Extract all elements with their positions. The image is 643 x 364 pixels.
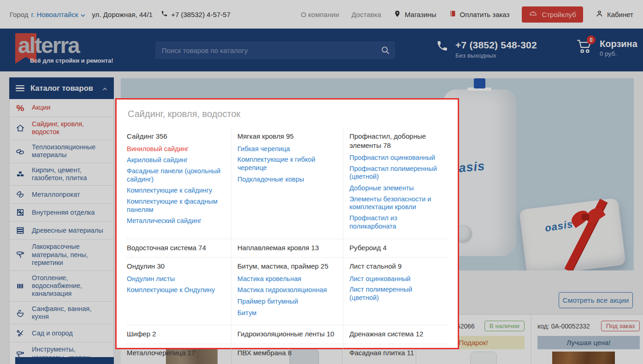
flyout-group: Рубероид 4 <box>343 239 448 258</box>
flyout-link[interactable]: Мастика кровельная <box>237 275 301 283</box>
flyout-link-item: Комплектующие к сайдингу <box>127 186 224 195</box>
flyout-group-title[interactable]: Шифер 2 <box>127 329 224 339</box>
flyout-group-title[interactable]: Гидроизоляционные ленты 10 <box>237 329 336 339</box>
flyout-link[interactable]: Комплектующие к сайдингу <box>127 187 212 195</box>
flyout-group-title[interactable]: Водосточная система 74 <box>127 243 224 252</box>
flyout-link[interactable]: Подкладочные ковры <box>237 176 304 184</box>
flyout-group-title[interactable]: Битум, мастика, праймер 25 <box>237 262 336 271</box>
flyout-link-item: Фасадные панели (цокольный сайдинг) <box>127 167 224 183</box>
flyout-link[interactable]: Профнастил из поликарбоната <box>349 214 441 230</box>
flyout-link-item: Доборные элементы <box>349 184 441 193</box>
flyout-group: Лист стальной 9Лист оцинкованныйЛист пол… <box>343 257 448 325</box>
flyout-link[interactable]: Комплектующие к гибкой черепице <box>237 156 336 172</box>
flyout-group-count: 10 <box>326 330 334 338</box>
flyout-group-title[interactable]: Металлочерепица 17 <box>127 348 224 358</box>
flyout-link[interactable]: Комплектующие к фасадным панелям <box>127 198 224 214</box>
flyout-link[interactable]: Комплектующие к Ондулину <box>127 286 215 294</box>
flyout-group-count: 356 <box>156 132 167 140</box>
flyout-link[interactable]: Профнастил полимеренный (цветной) <box>349 165 441 181</box>
flyout-group-count: 30 <box>157 262 165 270</box>
flyout-link-item: Профнастил полимеренный (цветной) <box>349 165 441 181</box>
flyout-group-title[interactable]: Лист стальной 9 <box>349 262 441 271</box>
flyout-link-item: Виниловый сайдинг <box>127 145 224 153</box>
flyout-group: Гидроизоляционные ленты 10 <box>231 325 343 344</box>
flyout-link[interactable]: Металлический сайдинг <box>127 217 201 225</box>
flyout-link[interactable]: Акриловый сайдинг <box>127 156 188 164</box>
flyout-group: Дренажная система 12 <box>343 325 448 344</box>
flyout-link[interactable]: Лист полимеренный (цветной) <box>349 286 441 302</box>
flyout-group: Профнастил, доборные элементы 78Профнаст… <box>343 128 448 239</box>
flyout-link-item: Подкладочные ковры <box>237 175 336 184</box>
flyout-group-count: 9 <box>398 262 401 270</box>
flyout-group-title[interactable]: Наплавляемая кровля 13 <box>237 243 336 252</box>
flyout-link-item: Акриловый сайдинг <box>127 156 224 164</box>
flyout-group-title[interactable]: Фасадная плитка 11 <box>349 348 441 358</box>
flyout-link-item: Мастика кровельная <box>237 275 336 283</box>
flyout-link-item: Профнастил из поликарбоната <box>349 214 441 230</box>
flyout-group: Наплавляемая кровля 13 <box>231 239 343 258</box>
flyout-group-count: 11 <box>407 349 414 357</box>
flyout-group-title[interactable]: Ондулин 30 <box>127 262 224 271</box>
flyout-link-item: Комплектующие к Ондулину <box>127 286 224 294</box>
flyout-link-item: Праймер битумный <box>237 297 336 306</box>
flyout-group-title[interactable]: Дренажная система 12 <box>349 329 441 339</box>
flyout-link-item: Гибкая черепица <box>237 145 336 153</box>
flyout-group-count: 2 <box>152 330 156 338</box>
flyout-link[interactable]: Профнастил оцинкованный <box>349 154 435 162</box>
flyout-link[interactable]: Ондулин листы <box>127 275 175 283</box>
flyout-link-item: Мастика гидроизоляционная <box>237 286 336 294</box>
flyout-group-title[interactable]: Рубероид 4 <box>349 243 441 252</box>
flyout-group-count: 13 <box>311 244 319 252</box>
flyout-link-item: Ондулин листы <box>127 275 224 283</box>
flyout-group-count: 95 <box>286 132 294 140</box>
flyout-group: Фасадная плитка 11 <box>343 344 448 363</box>
flyout-group: Ондулин 30Ондулин листыКомплектующие к О… <box>127 257 231 325</box>
flyout-group-count: 17 <box>188 349 195 357</box>
page: Город г. Новоалтайск ул. Дорожная, 44/1 … <box>0 0 643 364</box>
flyout-link[interactable]: Лист оцинкованный <box>349 275 411 283</box>
flyout-group: Сайдинг 356Виниловый сайдингАкриловый са… <box>127 128 231 239</box>
flyout-link[interactable]: Виниловый сайдинг <box>127 145 189 153</box>
flyout-link[interactable]: Гибкая черепица <box>237 145 290 153</box>
flyout-link[interactable]: Битум <box>237 309 256 317</box>
flyout-group-count: 74 <box>198 244 206 252</box>
flyout-grid: Сайдинг 356Виниловый сайдингАкриловый са… <box>127 128 448 362</box>
flyout-link-item: Комплектующие к фасадным панелям <box>127 198 224 214</box>
flyout-group: Металлочерепица 17 <box>127 344 231 363</box>
category-flyout: Сайдинг, кровля, водосток Сайдинг 356Вин… <box>115 98 459 349</box>
flyout-link[interactable]: Мастика гидроизоляционная <box>237 286 327 294</box>
flyout-group-count: 12 <box>416 330 424 338</box>
flyout-group-title[interactable]: Мягкая кровля 95 <box>237 132 336 141</box>
flyout-title: Сайдинг, кровля, водосток <box>128 109 448 119</box>
flyout-link-item: Битум <box>237 309 336 317</box>
flyout-link-item: Лист полимеренный (цветной) <box>349 286 441 302</box>
flyout-link-item: Профнастил оцинкованный <box>349 153 441 162</box>
flyout-group: Шифер 2 <box>127 325 231 344</box>
flyout-group-count: 8 <box>288 349 291 357</box>
flyout-link[interactable]: Доборные элементы <box>349 184 414 193</box>
flyout-group: Мягкая кровля 95Гибкая черепицаКомплекту… <box>231 128 343 239</box>
flyout-link[interactable]: Элементы безопасности и комплектации кро… <box>349 195 441 211</box>
flyout-link-item: Элементы безопасности и комплектации кро… <box>349 195 441 211</box>
flyout-link-item: Комплектующие к гибкой черепице <box>237 156 336 172</box>
flyout-group: Водосточная система 74 <box>127 239 231 258</box>
flyout-group-title[interactable]: ПВХ мембрана 8 <box>237 348 336 358</box>
flyout-link-item: Лист оцинкованный <box>349 275 441 283</box>
flyout-group: ПВХ мембрана 8 <box>231 344 343 363</box>
flyout-group-count: 25 <box>321 262 329 270</box>
flyout-group-title[interactable]: Профнастил, доборные элементы 78 <box>349 132 441 150</box>
flyout-link-item: Металлический сайдинг <box>127 217 224 225</box>
flyout-group-count: 4 <box>383 244 386 252</box>
flyout-link[interactable]: Праймер битумный <box>237 298 298 306</box>
flyout-group: Битум, мастика, праймер 25Мастика кровел… <box>231 257 343 325</box>
flyout-link[interactable]: Фасадные панели (цокольный сайдинг) <box>127 167 224 183</box>
flyout-group-count: 78 <box>383 141 391 149</box>
flyout-group-title[interactable]: Сайдинг 356 <box>127 132 224 141</box>
